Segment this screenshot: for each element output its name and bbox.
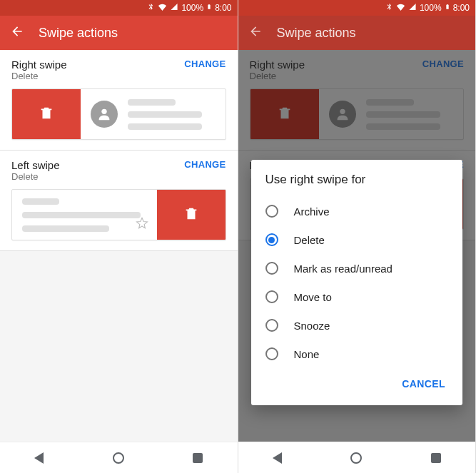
page-title: Swipe actions xyxy=(277,26,356,41)
phone-left: 100% 8:00 Swipe actions Right swipe Dele… xyxy=(0,0,238,473)
wifi-icon xyxy=(396,3,405,13)
nav-home-icon[interactable] xyxy=(350,452,362,464)
bluetooth-icon xyxy=(147,3,155,13)
right-swipe-value: Delete xyxy=(11,71,67,81)
radio-option[interactable]: Delete xyxy=(265,225,449,254)
clock-text: 8:00 xyxy=(215,3,231,13)
nav-back-icon[interactable] xyxy=(273,452,282,464)
radio-label: Mark as read/unread xyxy=(294,263,393,275)
trash-icon xyxy=(39,105,54,123)
radio-label: Delete xyxy=(294,234,325,246)
radio-option[interactable]: None xyxy=(265,340,449,368)
swipe-action-panel xyxy=(12,89,81,139)
swipe-action-dialog: Use right swipe for ArchiveDeleteMark as… xyxy=(251,160,463,405)
message-preview xyxy=(12,190,157,240)
battery-text: 100% xyxy=(420,3,442,13)
back-icon[interactable] xyxy=(10,24,24,41)
radio-icon xyxy=(265,233,278,246)
app-bar: Swipe actions xyxy=(0,16,238,50)
radio-icon xyxy=(265,262,278,275)
radio-option[interactable]: Move to xyxy=(265,283,449,311)
status-bar: 100% 8:00 xyxy=(0,0,238,16)
svg-point-0 xyxy=(101,109,106,114)
phone-right: 100% 8:00 Swipe actions Right swipe Dele… xyxy=(238,0,477,473)
battery-icon xyxy=(206,2,212,14)
radio-option[interactable]: Snooze xyxy=(265,311,449,340)
radio-label: Snooze xyxy=(294,320,330,332)
nav-recents-icon[interactable] xyxy=(193,453,203,463)
radio-icon xyxy=(265,319,278,332)
battery-text: 100% xyxy=(181,3,203,13)
right-swipe-title: Right swipe xyxy=(11,59,67,71)
bluetooth-icon xyxy=(385,3,393,13)
app-bar: Swipe actions xyxy=(238,16,476,50)
battery-icon xyxy=(445,2,450,14)
dialog-title: Use right swipe for xyxy=(265,173,449,187)
nav-back-icon[interactable] xyxy=(34,452,44,464)
nav-home-icon[interactable] xyxy=(113,452,124,464)
message-preview xyxy=(81,89,226,139)
dialog-cancel-button[interactable]: CANCEL xyxy=(399,372,448,395)
signal-icon xyxy=(170,3,178,13)
wifi-icon xyxy=(158,3,167,13)
content-area: Right swipe Delete CHANGE xyxy=(0,50,238,442)
left-swipe-title: Left swipe xyxy=(11,159,60,171)
radio-option[interactable]: Mark as read/unread xyxy=(265,254,449,283)
trash-icon xyxy=(183,205,199,224)
clock-text: 8:00 xyxy=(453,3,470,13)
radio-label: Archive xyxy=(294,205,330,218)
radio-label: Move to xyxy=(294,291,332,303)
android-nav-bar xyxy=(0,442,238,473)
signal-icon xyxy=(408,3,417,13)
radio-group: ArchiveDeleteMark as read/unreadMove toS… xyxy=(265,197,449,368)
star-icon xyxy=(136,217,148,233)
right-swipe-preview xyxy=(11,88,226,140)
placeholder-lines xyxy=(128,99,216,130)
status-bar: 100% 8:00 xyxy=(238,0,476,16)
back-icon[interactable] xyxy=(248,24,263,41)
radio-icon xyxy=(265,205,278,218)
radio-icon xyxy=(265,290,278,303)
nav-recents-icon[interactable] xyxy=(431,453,441,463)
left-swipe-change-button[interactable]: CHANGE xyxy=(184,159,226,170)
right-swipe-change-button[interactable]: CHANGE xyxy=(184,59,226,69)
content-area: Right swipe Delete CHANGE xyxy=(238,50,476,442)
section-right-swipe: Right swipe Delete CHANGE xyxy=(0,50,238,151)
radio-icon xyxy=(265,347,278,360)
left-swipe-value: Delete xyxy=(11,171,60,182)
left-swipe-preview xyxy=(11,189,226,240)
radio-label: None xyxy=(294,348,320,360)
avatar-icon xyxy=(91,101,118,128)
page-title: Swipe actions xyxy=(39,26,118,41)
section-left-swipe: Left swipe Delete CHANGE xyxy=(0,151,238,251)
android-nav-bar xyxy=(238,442,476,473)
swipe-action-panel xyxy=(157,190,226,240)
radio-option[interactable]: Archive xyxy=(265,197,449,225)
placeholder-lines xyxy=(22,198,147,232)
